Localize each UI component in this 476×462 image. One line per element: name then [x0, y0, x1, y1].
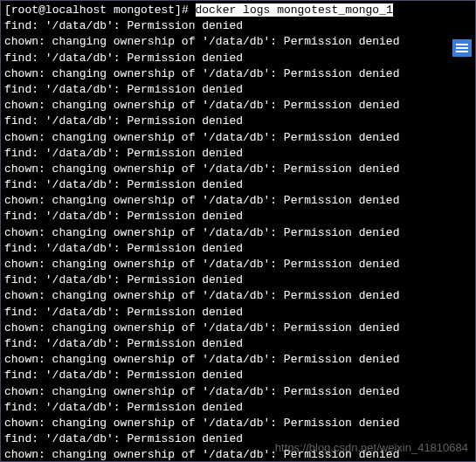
prompt-path: mongotest [114, 3, 175, 17]
output-line: chown: changing ownership of '/data/db':… [4, 162, 472, 177]
output-line: chown: changing ownership of '/data/db':… [4, 193, 472, 209]
output-line: find: '/data/db': Permission denied [4, 82, 472, 98]
prompt-host: localhost [45, 3, 107, 17]
output-line: find: '/data/db': Permission denied [4, 177, 472, 193]
output-line: find: '/data/db': Permission denied [4, 18, 472, 34]
command-text: docker logs mongotest_mongo_1 [196, 3, 393, 17]
output-line: find: '/data/db': Permission denied [4, 114, 472, 129]
output-line: find: '/data/db': Permission denied [4, 209, 472, 224]
output-line: chown: changing ownership of '/data/db':… [4, 257, 472, 272]
output-line: find: '/data/db': Permission denied [4, 146, 472, 162]
selection-menu-icon[interactable] [452, 39, 472, 57]
output-line: chown: changing ownership of '/data/db':… [4, 384, 472, 400]
output-line: find: '/data/db': Permission denied [4, 400, 472, 416]
output-line: chown: changing ownership of '/data/db':… [4, 66, 472, 82]
output-line: chown: changing ownership of '/data/db':… [4, 416, 472, 431]
output-line: find: '/data/db': Permission denied [4, 51, 472, 66]
output-line: chown: changing ownership of '/data/db':… [4, 130, 472, 146]
output-line: find: '/data/db': Permission denied [4, 368, 472, 383]
prompt-space [107, 3, 114, 17]
output-line: chown: changing ownership of '/data/db':… [4, 447, 472, 462]
output-line: chown: changing ownership of '/data/db':… [4, 321, 472, 336]
prompt-close-bracket: ]# [175, 3, 189, 17]
output-line: find: '/data/db': Permission denied [4, 336, 472, 352]
output-line: chown: changing ownership of '/data/db':… [4, 98, 472, 114]
prompt-at: @ [38, 3, 45, 17]
output-line: chown: changing ownership of '/data/db':… [4, 225, 472, 241]
output-line: chown: changing ownership of '/data/db':… [4, 34, 472, 50]
output-line: find: '/data/db': Permission denied [4, 305, 472, 321]
output-line: find: '/data/db': Permission denied [4, 431, 472, 447]
output-line: chown: changing ownership of '/data/db':… [4, 288, 472, 304]
prompt-user: root [11, 3, 38, 17]
prompt-open-bracket: [ [4, 3, 11, 17]
output-line: find: '/data/db': Permission denied [4, 272, 472, 288]
prompt-line: [root@localhost mongotest]# docker logs … [4, 3, 472, 18]
output-line: chown: changing ownership of '/data/db':… [4, 352, 472, 368]
output-line: find: '/data/db': Permission denied [4, 241, 472, 257]
terminal-window[interactable]: [root@localhost mongotest]# docker logs … [1, 1, 475, 462]
